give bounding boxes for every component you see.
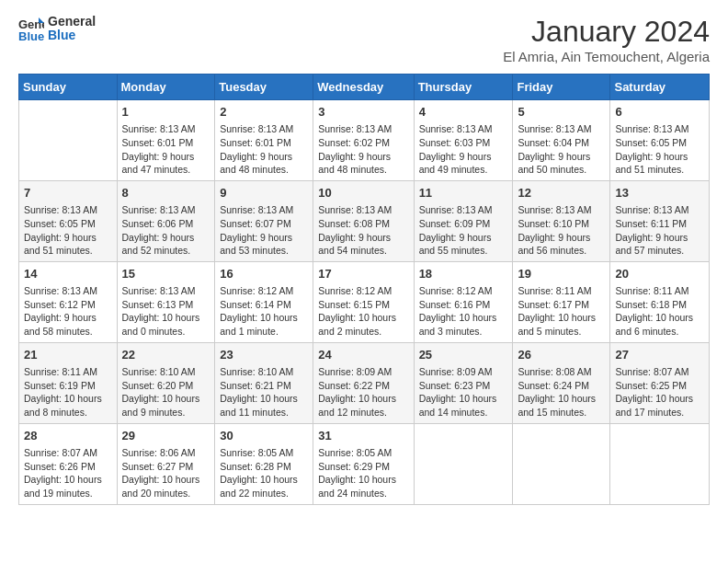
day-info: Sunrise: 8:07 AMSunset: 6:25 PMDaylight:…: [615, 365, 704, 419]
calendar-cell: 19Sunrise: 8:11 AMSunset: 6:17 PMDayligh…: [513, 261, 610, 342]
day-info: Sunrise: 8:13 AMSunset: 6:03 PMDaylight:…: [419, 122, 508, 177]
logo-blue: Blue: [48, 29, 96, 42]
page-title: January 2024: [503, 15, 710, 49]
day-info: Sunrise: 8:13 AMSunset: 6:05 PMDaylight:…: [615, 122, 704, 177]
calendar-cell: 5Sunrise: 8:13 AMSunset: 6:04 PMDaylight…: [513, 100, 610, 181]
calendar-cell: 22Sunrise: 8:10 AMSunset: 6:20 PMDayligh…: [117, 342, 215, 423]
day-info: Sunrise: 8:08 AMSunset: 6:24 PMDaylight:…: [518, 365, 605, 419]
calendar-cell: 23Sunrise: 8:10 AMSunset: 6:21 PMDayligh…: [215, 342, 313, 423]
calendar-cell: 8Sunrise: 8:13 AMSunset: 6:06 PMDaylight…: [117, 180, 215, 261]
logo-general: General: [48, 15, 96, 29]
week-row-3: 14Sunrise: 8:13 AMSunset: 6:12 PMDayligh…: [19, 261, 710, 342]
day-info: Sunrise: 8:13 AMSunset: 6:04 PMDaylight:…: [518, 122, 605, 177]
day-number: 28: [24, 428, 112, 444]
calendar-cell: 1Sunrise: 8:13 AMSunset: 6:01 PMDaylight…: [117, 100, 215, 181]
day-info: Sunrise: 8:12 AMSunset: 6:15 PMDaylight:…: [318, 284, 408, 339]
day-number: 25: [419, 347, 508, 363]
day-info: Sunrise: 8:13 AMSunset: 6:10 PMDaylight:…: [518, 203, 605, 258]
day-number: 18: [419, 266, 508, 282]
calendar-cell: 6Sunrise: 8:13 AMSunset: 6:05 PMDaylight…: [610, 100, 710, 181]
day-number: 20: [615, 266, 704, 282]
title-area: January 2024 El Amria, Ain Temouchent, A…: [503, 15, 710, 64]
day-info: Sunrise: 8:09 AMSunset: 6:22 PMDaylight:…: [318, 365, 408, 419]
calendar-cell: [610, 423, 710, 504]
day-number: 13: [615, 185, 704, 201]
calendar-cell: 3Sunrise: 8:13 AMSunset: 6:02 PMDaylight…: [313, 100, 414, 181]
day-number: 12: [518, 185, 605, 201]
day-number: 29: [122, 428, 210, 444]
day-number: 24: [318, 347, 408, 363]
calendar-cell: 27Sunrise: 8:07 AMSunset: 6:25 PMDayligh…: [610, 342, 710, 423]
day-info: Sunrise: 8:13 AMSunset: 6:11 PMDaylight:…: [615, 203, 704, 258]
day-info: Sunrise: 8:13 AMSunset: 6:06 PMDaylight:…: [122, 203, 210, 258]
day-info: Sunrise: 8:05 AMSunset: 6:28 PMDaylight:…: [220, 446, 308, 500]
day-info: Sunrise: 8:11 AMSunset: 6:17 PMDaylight:…: [518, 284, 605, 339]
day-number: 10: [318, 185, 408, 201]
calendar-cell: 10Sunrise: 8:13 AMSunset: 6:08 PMDayligh…: [313, 180, 414, 261]
calendar-cell: 29Sunrise: 8:06 AMSunset: 6:27 PMDayligh…: [117, 423, 215, 504]
day-info: Sunrise: 8:13 AMSunset: 6:01 PMDaylight:…: [122, 122, 210, 177]
day-info: Sunrise: 8:10 AMSunset: 6:20 PMDaylight:…: [122, 365, 210, 419]
day-number: 19: [518, 266, 605, 282]
weekday-header-sunday: Sunday: [19, 75, 118, 100]
day-info: Sunrise: 8:13 AMSunset: 6:13 PMDaylight:…: [122, 284, 210, 339]
day-info: Sunrise: 8:13 AMSunset: 6:07 PMDaylight:…: [220, 203, 308, 258]
calendar-cell: 14Sunrise: 8:13 AMSunset: 6:12 PMDayligh…: [19, 261, 118, 342]
weekday-header-wednesday: Wednesday: [313, 75, 414, 100]
day-info: Sunrise: 8:11 AMSunset: 6:18 PMDaylight:…: [615, 284, 704, 339]
day-info: Sunrise: 8:13 AMSunset: 6:09 PMDaylight:…: [419, 203, 508, 258]
page-subtitle: El Amria, Ain Temouchent, Algeria: [503, 49, 710, 64]
header: General Blue General Blue January 2024 E…: [18, 15, 710, 64]
day-info: Sunrise: 8:13 AMSunset: 6:08 PMDaylight:…: [318, 203, 408, 258]
week-row-2: 7Sunrise: 8:13 AMSunset: 6:05 PMDaylight…: [19, 180, 710, 261]
day-number: 30: [220, 428, 308, 444]
day-info: Sunrise: 8:11 AMSunset: 6:19 PMDaylight:…: [24, 365, 112, 419]
weekday-header-monday: Monday: [117, 75, 215, 100]
day-number: 9: [220, 185, 308, 201]
day-info: Sunrise: 8:06 AMSunset: 6:27 PMDaylight:…: [122, 446, 210, 500]
calendar-cell: 15Sunrise: 8:13 AMSunset: 6:13 PMDayligh…: [117, 261, 215, 342]
day-number: 16: [220, 266, 308, 282]
day-info: Sunrise: 8:05 AMSunset: 6:29 PMDaylight:…: [318, 446, 408, 500]
week-row-4: 21Sunrise: 8:11 AMSunset: 6:19 PMDayligh…: [19, 342, 710, 423]
calendar-cell: 7Sunrise: 8:13 AMSunset: 6:05 PMDaylight…: [19, 180, 118, 261]
logo-icon: General Blue: [18, 16, 44, 41]
calendar-cell: 31Sunrise: 8:05 AMSunset: 6:29 PMDayligh…: [313, 423, 414, 504]
calendar-cell: 12Sunrise: 8:13 AMSunset: 6:10 PMDayligh…: [513, 180, 610, 261]
calendar-cell: [414, 423, 513, 504]
day-number: 27: [615, 347, 704, 363]
day-number: 15: [122, 266, 210, 282]
day-number: 6: [615, 104, 704, 121]
day-number: 4: [419, 104, 508, 121]
weekday-header-friday: Friday: [513, 75, 610, 100]
calendar-cell: 4Sunrise: 8:13 AMSunset: 6:03 PMDaylight…: [414, 100, 513, 181]
day-number: 21: [24, 347, 112, 363]
day-number: 31: [318, 428, 408, 444]
calendar-cell: 30Sunrise: 8:05 AMSunset: 6:28 PMDayligh…: [215, 423, 313, 504]
calendar-cell: 13Sunrise: 8:13 AMSunset: 6:11 PMDayligh…: [610, 180, 710, 261]
calendar-cell: 24Sunrise: 8:09 AMSunset: 6:22 PMDayligh…: [313, 342, 414, 423]
day-number: 23: [220, 347, 308, 363]
day-info: Sunrise: 8:13 AMSunset: 6:05 PMDaylight:…: [24, 203, 112, 258]
svg-text:Blue: Blue: [18, 29, 44, 41]
calendar-cell: 11Sunrise: 8:13 AMSunset: 6:09 PMDayligh…: [414, 180, 513, 261]
day-info: Sunrise: 8:13 AMSunset: 6:01 PMDaylight:…: [220, 122, 308, 177]
day-number: 3: [318, 104, 408, 121]
day-number: 5: [518, 104, 605, 121]
day-info: Sunrise: 8:12 AMSunset: 6:16 PMDaylight:…: [419, 284, 508, 339]
day-number: 2: [220, 104, 308, 121]
day-number: 22: [122, 347, 210, 363]
day-info: Sunrise: 8:09 AMSunset: 6:23 PMDaylight:…: [419, 365, 508, 419]
calendar-cell: 26Sunrise: 8:08 AMSunset: 6:24 PMDayligh…: [513, 342, 610, 423]
weekday-header-saturday: Saturday: [610, 75, 710, 100]
calendar-table: SundayMondayTuesdayWednesdayThursdayFrid…: [18, 74, 710, 505]
day-number: 17: [318, 266, 408, 282]
calendar-cell: 25Sunrise: 8:09 AMSunset: 6:23 PMDayligh…: [414, 342, 513, 423]
weekday-header-tuesday: Tuesday: [215, 75, 313, 100]
day-info: Sunrise: 8:10 AMSunset: 6:21 PMDaylight:…: [220, 365, 308, 419]
day-number: 14: [24, 266, 112, 282]
calendar-cell: 18Sunrise: 8:12 AMSunset: 6:16 PMDayligh…: [414, 261, 513, 342]
day-info: Sunrise: 8:13 AMSunset: 6:02 PMDaylight:…: [318, 122, 408, 177]
calendar-cell: [19, 100, 118, 181]
calendar-cell: 2Sunrise: 8:13 AMSunset: 6:01 PMDaylight…: [215, 100, 313, 181]
